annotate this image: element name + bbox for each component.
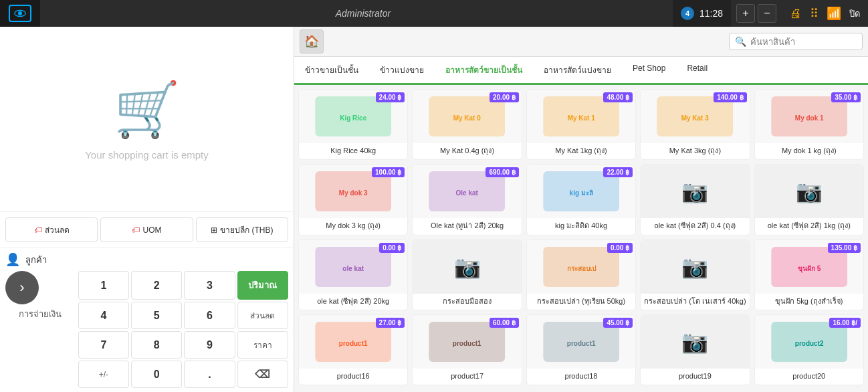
num-6[interactable]: 6 (184, 302, 235, 329)
price-badge: 48.00 ฿ (603, 92, 633, 102)
wifi-icon[interactable]: 📶 (827, 6, 841, 21)
search-box[interactable]: 🔍 (729, 33, 863, 50)
product-card[interactable]: 45.00 ฿ product1 product18 (526, 314, 636, 385)
uom-button[interactable]: 🏷 UOM (100, 217, 193, 242)
product-card[interactable]: 20.00 ฿ My Kat 0 My Kat 0.4g (ถุง) (412, 89, 522, 160)
left-panel: 🛒 Your shopping cart is empty 🏷 ส่วนลด 🏷… (0, 27, 294, 392)
quantity-btn[interactable]: ปริมาณ (237, 271, 288, 300)
numpad-area: 👤 ลูกค้า › การจ่ายเงิน 1 2 3 ปริมาณ 4 5 … (0, 248, 294, 392)
product-card[interactable]: 5.00 ฿📷＋กระสอบมือสอง (412, 239, 522, 310)
tab-number: 4 (681, 7, 694, 20)
home-button[interactable]: 🏠 (300, 29, 324, 54)
product-card[interactable]: 690.00 ฿ Ole kat Ole kat (ทูน่า 2สี) 20k… (412, 164, 522, 235)
product-name: My dok 3 kg (ถุง) (299, 218, 407, 234)
pay-arrow-button[interactable]: › (5, 271, 39, 304)
numpad-grid: 1 2 3 ปริมาณ 4 5 6 ส่วนลด 7 8 9 ราคา +/-… (78, 271, 288, 388)
num-7[interactable]: 7 (78, 331, 129, 359)
num-3[interactable]: 3 (184, 271, 235, 300)
svg-text:ขุนฝัก 5: ขุนฝัก 5 (798, 265, 821, 273)
product-name: ole kat (ซีฟุด 2สี) 1kg (ถุง) (755, 218, 863, 234)
cat-tab-1[interactable]: ข้าวแบ่งขาย (369, 57, 435, 85)
price-badge: 20.00 ฿ (490, 92, 519, 102)
product-name: Ole kat (ทูน่า 2สี) 20kg (413, 218, 521, 234)
product-image: 📷＋ (641, 315, 749, 369)
discount-action-btn[interactable]: ส่วนลด (237, 302, 288, 329)
svg-text:product1: product1 (567, 340, 596, 347)
cat-tab-3[interactable]: อาหารสัตว์แบ่งขาย (533, 57, 622, 85)
cart-icon: 🛒 (114, 78, 181, 141)
price-action-btn[interactable]: ราคา (237, 331, 288, 359)
product-name: product17 (413, 369, 521, 385)
product-card[interactable]: 45.00 ฿📷＋product19 (640, 314, 750, 385)
tab-time: 11:28 (699, 8, 723, 19)
cat-tab-2[interactable]: อาหารสัตว์ขายเป็นชั้น (435, 57, 533, 85)
price-badge: 16.00 ฿/ (829, 318, 861, 328)
add-tab-button[interactable]: + (736, 4, 755, 23)
product-name: My Kat 0.4g (ถุง) (413, 143, 521, 159)
product-card[interactable]: 22.00 ฿ kig มะลิ kig มะลิดิด 40kg (526, 164, 636, 235)
plus-minus-btn[interactable]: +/- (78, 361, 129, 388)
search-input[interactable] (750, 37, 844, 47)
product-card[interactable]: 0.00 ฿📷＋กระสอบเปล่า (โด เนเสาร์ 40kg) (640, 239, 750, 310)
price-badge: 100.00 ฿ (372, 167, 405, 177)
wholesale-label: ขายปลีก (THB) (220, 223, 273, 236)
product-name: กระสอบมือสอง (413, 294, 521, 310)
product-card[interactable]: 100.00 ฿ My dok 3 My dok 3 kg (ถุง) (298, 164, 408, 235)
svg-point-1 (18, 11, 22, 15)
product-card[interactable]: 140.00 ฿ My Kat 3 My Kat 3kg (ถุง) (640, 89, 750, 160)
org-icon[interactable]: ⠿ (810, 6, 819, 21)
num-0[interactable]: 0 (131, 361, 182, 388)
tab-bar: 4 11:28 (673, 0, 731, 27)
product-name: My Kat 1kg (ถุง) (527, 143, 635, 159)
product-card[interactable]: 16.00 ฿/ product2 product20 (754, 314, 864, 385)
svg-text:Ole kat: Ole kat (456, 189, 479, 197)
product-card[interactable]: 24.00 ฿ Kig Rice Kig Rice 40kg (298, 89, 408, 160)
wholesale-button[interactable]: ⊞ ขายปลีก (THB) (196, 217, 288, 242)
product-card[interactable]: 0.00 ฿ ole kat ole kat (ซีฟุด 2สี) 20kg (298, 239, 408, 310)
product-name: product20 (755, 369, 863, 385)
price-badge: 22.00 ฿ (603, 167, 633, 177)
svg-text:กระสอบเป: กระสอบเป (566, 265, 596, 272)
backspace-btn[interactable]: ⌫ (237, 361, 288, 388)
svg-text:product1: product1 (339, 340, 368, 347)
close-button[interactable]: ปิด (849, 7, 860, 21)
discount-button[interactable]: 🏷 ส่วนลด (5, 217, 98, 242)
cat-tab-5[interactable]: Retail (676, 57, 718, 85)
remove-tab-button[interactable]: − (758, 4, 776, 23)
product-card[interactable]: 20.00 ฿📷＋ole kat (ซีฟุด 2สี) 0.4 (ถุง) (640, 164, 750, 235)
price-badge: 35.00 ฿ (831, 92, 861, 102)
product-card[interactable]: 0.00 ฿ กระสอบเป กระสอบเปล่า (ทุเรียน 50k… (526, 239, 636, 310)
product-card[interactable]: 35.00 ฿ My dok 1 My dok 1 kg (ถุง) (754, 89, 864, 160)
cat-tab-0[interactable]: ข้าวขายเป็นชั้น (294, 57, 369, 85)
decimal-btn[interactable]: . (184, 361, 235, 388)
num-2[interactable]: 2 (131, 271, 182, 300)
product-card[interactable]: 27.00 ฿ product1 product16 (298, 314, 408, 385)
print-icon[interactable]: 🖨 (790, 7, 802, 21)
num-5[interactable]: 5 (131, 302, 182, 329)
product-card[interactable]: 135.00 ฿ ขุนฝัก 5 ขุนฝัก 5kg (ถุงสำเร็จ) (754, 239, 864, 310)
customer-label: ลูกค้า (25, 253, 288, 267)
svg-text:Kig Rice: Kig Rice (340, 114, 366, 122)
num-1[interactable]: 1 (78, 271, 129, 300)
product-card[interactable]: 48.00 ฿ My Kat 1 My Kat 1kg (ถุง) (526, 89, 636, 160)
svg-text:My dok 3: My dok 3 (339, 189, 368, 197)
cat-tab-4[interactable]: Pet Shop (622, 57, 676, 85)
category-tabs: ข้าวขายเป็นชั้นข้าวแบ่งขายอาหารสัตว์ขายเ… (294, 57, 868, 85)
num-8[interactable]: 8 (131, 331, 182, 359)
tab-actions: + − (731, 4, 782, 23)
product-card[interactable]: 40.00 ฿📷＋ole kat (ซีฟุด 2สี) 1kg (ถุง) (754, 164, 864, 235)
price-badge: 135.00 ฿ (828, 243, 861, 253)
product-name: My Kat 3kg (ถุง) (641, 143, 749, 159)
customer-row: 👤 ลูกค้า (5, 252, 288, 267)
discount-label: ส่วนลด (45, 223, 70, 236)
product-name: ole kat (ซีฟุด 2สี) 0.4 (ถุง) (641, 218, 749, 234)
num-9[interactable]: 9 (184, 331, 235, 359)
product-image: 📷＋ (641, 240, 749, 294)
product-image: 📷＋ (413, 240, 521, 294)
product-card[interactable]: 60.00 ฿ product1 product17 (412, 314, 522, 385)
price-badge: 27.00 ฿ (376, 318, 405, 328)
price-badge: 45.00 ฿ (603, 318, 633, 328)
num-4[interactable]: 4 (78, 302, 129, 329)
topbar-icons: 🖨 ⠿ 📶 ปิด (782, 6, 868, 21)
product-name: ขุนฝัก 5kg (ถุงสำเร็จ) (755, 294, 863, 310)
